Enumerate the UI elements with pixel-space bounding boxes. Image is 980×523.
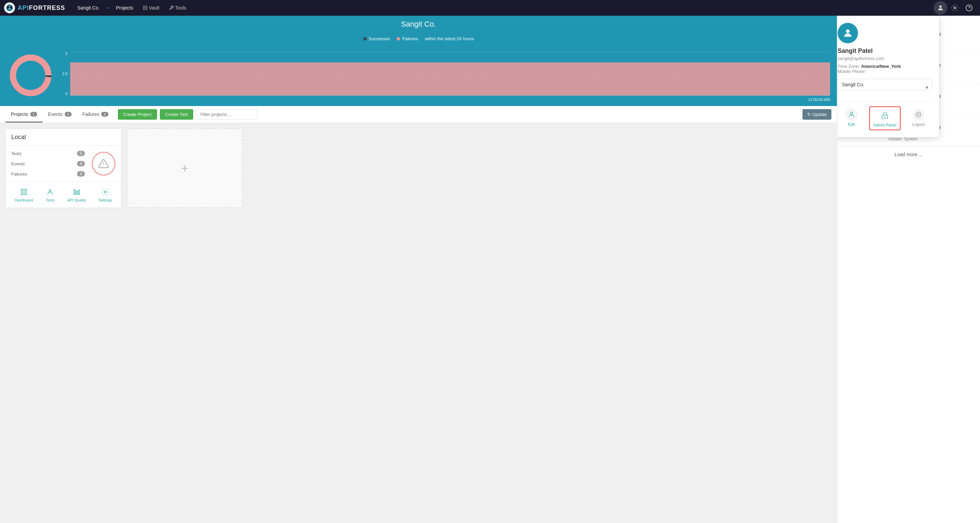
timezone-label: Time Zone:	[838, 64, 860, 69]
company-select[interactable]: Sangit Co.	[838, 79, 932, 90]
tests-svg	[46, 188, 54, 196]
projects-grid: Local Tests 5 Events 4 Failures	[0, 123, 837, 214]
help-nav-button[interactable]	[962, 1, 976, 15]
bar-y-labels: 5 2.5 0	[58, 51, 67, 96]
stat-tests: Tests 5	[11, 149, 85, 158]
legend-failures: Failures	[397, 36, 418, 41]
right-panel: Sangit Patel sangit@apifortress.com Time…	[837, 16, 980, 523]
svg-point-1	[8, 6, 11, 8]
chart-legend: Successes Failures within the latest 24 …	[7, 36, 830, 41]
svg-point-8	[13, 57, 48, 93]
admin-svg	[881, 112, 889, 119]
project-card-header: Local	[6, 129, 121, 146]
tabs-bar: Projects 1 Events 4 Failures 4 Create Pr…	[0, 106, 837, 123]
tab-projects[interactable]: Projects 1	[5, 107, 43, 123]
logo[interactable]: APIFORTRESS	[4, 2, 65, 13]
nav-projects[interactable]: Projects	[112, 3, 137, 13]
avatar-icon	[842, 28, 853, 38]
tab-failures[interactable]: Failures 4	[77, 107, 114, 123]
edit-profile-button[interactable]: Edit	[841, 106, 862, 130]
dashboard-icon	[19, 187, 29, 197]
bar-chart: 5 2.5 0 12:00:00.000	[58, 51, 830, 99]
user-actions: Edit Admin Panel	[838, 101, 932, 130]
project-card-local: Local Tests 5 Events 4 Failures	[5, 129, 121, 208]
logout-svg	[915, 111, 922, 118]
admin-panel-button[interactable]: Admin Panel	[869, 106, 900, 130]
user-avatar	[838, 23, 858, 43]
warning-icon	[98, 158, 109, 169]
tests-icon	[45, 187, 55, 197]
events-badge: 4	[65, 112, 72, 116]
bar-fill	[70, 62, 830, 96]
add-project-card[interactable]: +	[127, 129, 243, 208]
svg-rect-15	[24, 193, 27, 195]
tab-events[interactable]: Events 4	[43, 107, 77, 123]
stat-events-label: Events	[11, 161, 77, 166]
user-timezone: Time Zone: America/New_York	[838, 64, 932, 69]
tab-actions: Create Project Create Test	[118, 109, 257, 120]
stat-events-value: 4	[77, 161, 85, 166]
event-initiator: Initiator: System	[888, 137, 975, 142]
project-stats-col: Tests 5 Events 4 Failures 4	[11, 149, 85, 178]
edit-svg	[848, 111, 855, 118]
gear-nav-icon	[951, 4, 959, 11]
nav-arrow: →	[105, 5, 110, 11]
action-tests[interactable]: Tests	[43, 186, 57, 204]
settings-svg	[102, 188, 109, 196]
svg-rect-13	[24, 189, 27, 191]
nav-vault[interactable]: Vault	[139, 3, 164, 13]
edit-icon	[845, 108, 858, 121]
success-dot	[363, 37, 367, 41]
action-api-quality[interactable]: API Quality	[65, 186, 89, 204]
logo-icon	[4, 2, 15, 13]
user-name: Sangit Patel	[838, 48, 932, 54]
legend-successes: Successes	[363, 36, 390, 41]
svg-point-5	[954, 7, 956, 9]
help-nav-icon	[965, 4, 973, 11]
svg-point-21	[846, 29, 850, 33]
create-test-button[interactable]: Create Test	[160, 109, 193, 120]
svg-point-24	[885, 116, 885, 117]
y-label-5: 5	[58, 51, 67, 56]
edit-label: Edit	[848, 122, 855, 127]
action-settings[interactable]: Settings	[96, 186, 115, 204]
stat-tests-label: Tests	[11, 151, 77, 156]
update-button[interactable]: ↻ Update	[802, 109, 831, 120]
bar-line-top	[70, 51, 830, 52]
failures-badge: 4	[101, 112, 108, 116]
action-dashboard[interactable]: Dashboard	[12, 186, 36, 204]
stat-failures-label: Failures	[11, 172, 77, 177]
vault-icon	[143, 5, 148, 10]
svg-point-22	[850, 112, 853, 115]
settings-icon	[100, 187, 110, 197]
projects-badge: 1	[30, 112, 37, 116]
legend-note: within the latest 24 hours	[425, 36, 474, 41]
load-more-button[interactable]: Load more ...	[837, 146, 980, 163]
timezone-value: America/New_York	[861, 64, 901, 69]
project-name: Local	[11, 134, 116, 141]
nav-tools[interactable]: Tools	[165, 3, 191, 13]
svg-rect-19	[78, 190, 80, 195]
page-header: Sangit Co.	[0, 16, 837, 33]
logout-button[interactable]: Logout	[908, 106, 929, 130]
svg-point-16	[49, 190, 51, 192]
nav-items: Sangit Co. → Projects Vault Tools	[73, 3, 934, 13]
settings-nav-button[interactable]	[948, 1, 962, 15]
page-title: Sangit Co.	[7, 20, 830, 29]
svg-rect-12	[21, 189, 23, 191]
add-project-icon: +	[181, 161, 188, 175]
svg-rect-18	[76, 191, 77, 195]
svg-rect-14	[21, 193, 23, 195]
failure-dot	[397, 37, 400, 41]
nav-company[interactable]: Sangit Co.	[73, 3, 103, 13]
main-content: Sangit Co. Successes Failures within the…	[0, 16, 980, 523]
filter-projects-input[interactable]	[196, 109, 257, 120]
svg-point-4	[939, 5, 942, 8]
user-phone: Mobile Phone:	[838, 69, 932, 74]
project-stats: Tests 5 Events 4 Failures 4	[6, 146, 121, 182]
user-nav-icon	[937, 4, 944, 11]
warning-circle	[92, 152, 116, 175]
user-nav-button[interactable]	[934, 1, 947, 15]
create-project-button[interactable]: Create Project	[118, 109, 157, 120]
bar-time-label: 12:00:00.000	[808, 97, 830, 102]
